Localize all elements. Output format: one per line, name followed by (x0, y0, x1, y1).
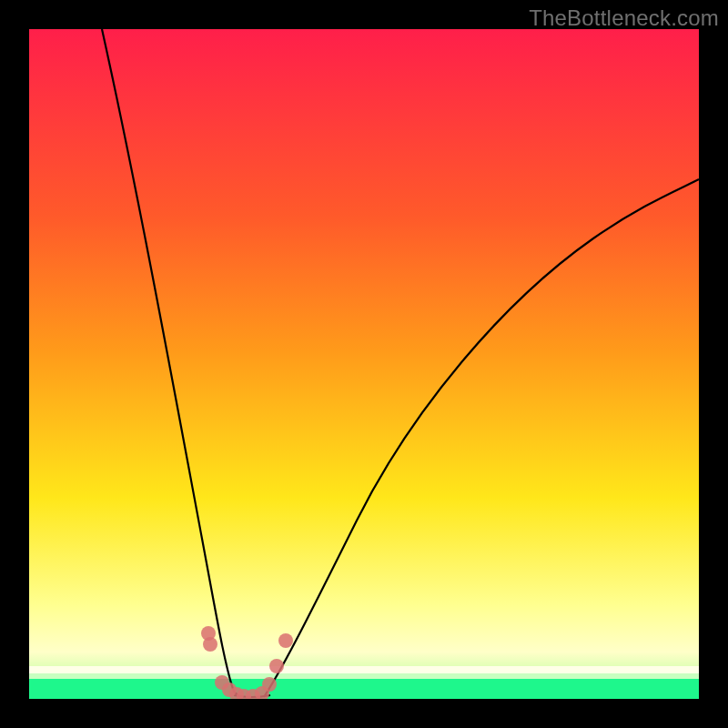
marker-dot (262, 677, 277, 692)
marker-dot (269, 659, 284, 673)
left-curve-branch (102, 29, 240, 697)
marker-dot (278, 633, 293, 648)
valley-markers (201, 626, 293, 699)
plot-frame (29, 29, 699, 699)
right-curve-branch (264, 179, 699, 697)
bottleneck-curve (29, 29, 699, 699)
marker-dot (203, 637, 217, 652)
watermark-text: TheBottleneck.com (529, 5, 719, 31)
